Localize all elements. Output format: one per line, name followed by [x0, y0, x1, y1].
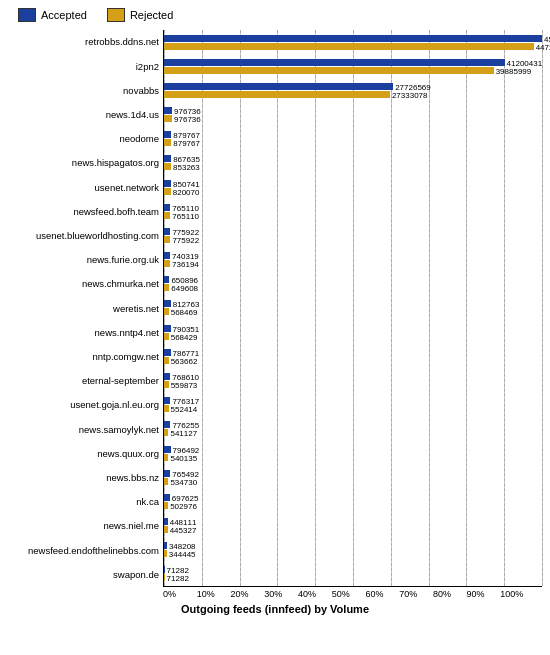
bar-row: 976736976736	[164, 103, 542, 127]
x-axis-label: 10%	[197, 589, 231, 599]
bar-accepted: 775922	[164, 228, 170, 235]
bar-accepted: 448111	[164, 518, 168, 525]
x-axis-label: 100%	[500, 589, 534, 599]
bar-rejected: 559873	[164, 381, 169, 388]
accepted-color-box	[18, 8, 36, 22]
x-axis-label: 70%	[399, 589, 433, 599]
bar-rejected: 534730	[164, 478, 168, 485]
y-label: newsfeed.bofh.team	[8, 207, 163, 217]
bar-row: 768610559873	[164, 368, 542, 392]
bar-value-rejected: 540135	[168, 454, 197, 463]
bar-row: 765110765110	[164, 199, 542, 223]
bar-value-rejected: 27333078	[390, 91, 428, 100]
y-label: retrobbs.ddns.net	[8, 37, 163, 47]
bar-row: 740319736194	[164, 248, 542, 272]
bar-row: 448111445327	[164, 513, 542, 537]
bar-value-rejected: 879767	[171, 139, 200, 148]
bar-value-rejected: 445327	[168, 526, 197, 535]
bar-row: 879767879767	[164, 127, 542, 151]
y-label: news.niel.me	[8, 521, 163, 531]
y-label: news.chmurka.net	[8, 279, 163, 289]
y-label: usenet.goja.nl.eu.org	[8, 400, 163, 410]
rejected-label: Rejected	[130, 9, 173, 21]
grid-line	[542, 30, 543, 586]
y-label: usenet.blueworldhosting.com	[8, 231, 163, 241]
y-label: weretis.net	[8, 304, 163, 314]
y-label: nntp.comgw.net	[8, 352, 163, 362]
bar-rejected: 976736	[164, 115, 172, 122]
bar-rejected: 445327	[164, 526, 168, 533]
bar-rejected: 541127	[164, 429, 168, 436]
bar-rejected: 820070	[164, 188, 171, 195]
bar-accepted: 740319	[164, 252, 170, 259]
bar-value-rejected: 541127	[168, 429, 197, 438]
x-axis-label: 0%	[163, 589, 197, 599]
bar-value-rejected: 649608	[169, 284, 198, 293]
bar-rejected: 879767	[164, 139, 171, 146]
bar-row: 2772656927333078	[164, 78, 542, 102]
bar-value-rejected: 765110	[170, 212, 199, 221]
bar-accepted: 812763	[164, 300, 171, 307]
x-axis-label: 80%	[433, 589, 467, 599]
bar-value-rejected: 568429	[169, 333, 198, 342]
bar-accepted: 765110	[164, 204, 170, 211]
y-label: neodome	[8, 134, 163, 144]
x-axis-labels: 0%10%20%30%40%50%60%70%80%90%100%	[163, 589, 542, 599]
bar-accepted: 768610	[164, 373, 170, 380]
bar-row: 850741820070	[164, 175, 542, 199]
bar-rejected: 649608	[164, 284, 169, 291]
bar-rejected: 765110	[164, 212, 170, 219]
bar-row: 348208344445	[164, 538, 542, 562]
bar-row: 7128271282	[164, 562, 542, 586]
bar-accepted: 650896	[164, 276, 169, 283]
bar-accepted: 71282	[164, 566, 165, 573]
bar-rejected: 736194	[164, 260, 170, 267]
bars-section: 4573323744721422412004313988599927726569…	[163, 30, 542, 587]
bar-accepted: 850741	[164, 180, 171, 187]
bar-accepted: 348208	[164, 542, 167, 549]
bar-accepted: 786771	[164, 349, 171, 356]
bar-value-rejected: 853263	[171, 163, 200, 172]
bar-row: 650896649608	[164, 272, 542, 296]
bar-accepted: 790351	[164, 325, 171, 332]
x-axis-label: 30%	[264, 589, 298, 599]
x-axis-label: 40%	[298, 589, 332, 599]
y-label: nk.ca	[8, 497, 163, 507]
rejected-color-box	[107, 8, 125, 22]
y-label: i2pn2	[8, 62, 163, 72]
bar-value-rejected: 775922	[170, 236, 199, 245]
bar-rejected: 552414	[164, 405, 169, 412]
bar-value-rejected: 559873	[169, 381, 198, 390]
y-label: novabbs	[8, 86, 163, 96]
y-label: news.1d4.us	[8, 110, 163, 120]
y-label: usenet.network	[8, 183, 163, 193]
bar-rejected: 27333078	[164, 91, 390, 98]
bar-accepted: 27726569	[164, 83, 393, 90]
bar-accepted: 765492	[164, 470, 170, 477]
x-axis-label: 50%	[332, 589, 366, 599]
bar-row: 775922775922	[164, 223, 542, 247]
bar-accepted: 796492	[164, 446, 171, 453]
bar-row: 4120043139885999	[164, 54, 542, 78]
chart-area: retrobbs.ddns.neti2pn2novabbsnews.1d4.us…	[8, 30, 542, 587]
y-label: news.bbs.nz	[8, 473, 163, 483]
bar-row: 790351568429	[164, 320, 542, 344]
bar-row: 867635853263	[164, 151, 542, 175]
bar-value-rejected: 568469	[169, 308, 198, 317]
legend-rejected: Rejected	[107, 8, 173, 22]
bar-value-rejected: 44721422	[534, 43, 550, 52]
bar-value-rejected: 502976	[168, 502, 197, 511]
bar-row: 786771563662	[164, 344, 542, 368]
x-axis-label: 20%	[230, 589, 264, 599]
bar-row: 796492540135	[164, 441, 542, 465]
bar-row: 697625502976	[164, 489, 542, 513]
bar-rejected: 39885999	[164, 67, 494, 74]
y-label: newsfeed.endofthelinebbs.com	[8, 546, 163, 556]
y-label: news.hispagatos.org	[8, 158, 163, 168]
bar-rejected: 502976	[164, 502, 168, 509]
bar-accepted: 976736	[164, 107, 172, 114]
y-label: swapon.de	[8, 570, 163, 580]
bars-wrapper: 4573323744721422412004313988599927726569…	[163, 30, 542, 587]
bar-row: 765492534730	[164, 465, 542, 489]
bar-accepted: 867635	[164, 155, 171, 162]
